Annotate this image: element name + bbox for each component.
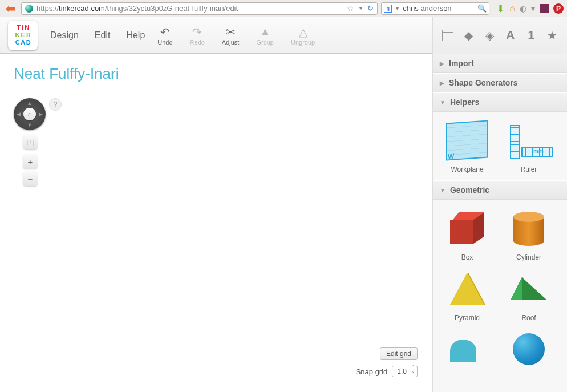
section-shape-generators[interactable]: ▶ Shape Generators [433,73,567,92]
url-dropdown-icon[interactable]: ▾ [358,5,364,11]
home-icon[interactable]: ⌂ [509,3,515,14]
section-geometric[interactable]: ▼ Geometric [433,180,567,200]
snap-grid-control: Snap grid 1.0 [356,366,418,377]
adjust-button[interactable]: ✂ Adjust [222,25,240,46]
undo-button[interactable]: ↶ Undo [157,25,172,46]
workplane-tool-icon[interactable] [440,28,455,43]
bookmark-star-icon[interactable]: ☆ [347,4,354,13]
orbit-left-icon[interactable]: ◀ [17,111,21,117]
zoom-in-button[interactable]: + [23,154,38,169]
menu-edit[interactable]: Edit [95,30,111,41]
home-view-button[interactable]: ⌂ [23,108,36,120]
view-orbit-control[interactable]: ▲ ▼ ◀ ▶ ⌂ [14,98,46,130]
project-title[interactable]: Neat Fulffy-Inari [14,65,119,83]
zoom-out-button[interactable]: − [23,171,38,186]
tile-ruler[interactable]: Ruler [500,119,557,173]
fit-view-button[interactable]: ◳ [23,135,38,149]
help-button[interactable]: ? [49,98,62,111]
redo-button[interactable]: ↷ Redo [190,25,205,46]
tile-workplane[interactable]: Workplane [439,119,496,173]
main-menu: Design Edit Help [50,30,145,41]
app-toolbar: T I N K E R C A D Design Edit Help ↶ Und… [0,17,567,54]
solid-cube-icon[interactable]: ◆ [461,28,476,43]
ungroup-button[interactable]: △ Ungroup [291,25,315,46]
ungroup-icon: △ [291,25,315,39]
orbit-down-icon[interactable]: ▼ [27,122,33,128]
shapes-toolbar: ◆ ◈ A 1 ★ [432,17,567,54]
group-icon: ▲ [256,25,274,39]
extension-icon[interactable]: ◐ [520,4,526,13]
search-icon[interactable]: 🔍 [477,4,487,13]
browser-extensions: ⬇ ⌂ ◐ ▾ P [493,2,564,15]
helpers-body: Workplane Ruler [433,112,567,180]
url-bar[interactable]: https://tinkercad.com/things/32yctu3p0zG… [21,2,378,15]
hole-cube-icon[interactable]: ◈ [482,28,497,43]
expand-icon: ▼ [440,187,446,193]
collapse-icon: ▶ [440,60,444,67]
pyramid-icon [450,273,484,305]
model-ring[interactable]: EMMA [46,211,398,388]
search-text: chris anderson [403,4,475,13]
workplane-icon [446,120,488,160]
model-text: EMMA [129,291,315,360]
snap-grid-select[interactable]: 1.0 [392,366,418,377]
browser-back-button[interactable]: ⬅ [3,2,18,15]
url-text: https://tinkercad.com/things/32yctu3p0zG… [37,4,343,13]
tile-cylinder[interactable]: Cylinder [500,207,557,261]
workspace: Neat Fulffy-Inari ? ▲ ▼ ◀ ▶ ⌂ ◳ + − EMMA… [0,54,567,392]
tile-half-cylinder[interactable] [439,328,496,374]
ruler-icon [508,122,550,159]
snap-grid-label: Snap grid [356,367,388,376]
sidebar: ▶ Import ▶ Shape Generators ▼ Helpers Wo… [432,54,567,392]
reload-icon[interactable]: ↻ [367,4,374,13]
google-icon: g [384,5,392,13]
search-engine-dropdown-icon[interactable]: ▾ [394,5,400,11]
menu-dropdown-icon[interactable]: ▾ [531,4,535,13]
section-import[interactable]: ▶ Import [433,54,567,73]
viewport-3d[interactable]: EMMA [0,86,432,392]
menu-help[interactable]: Help [126,30,145,41]
orbit-up-icon[interactable]: ▲ [27,100,33,106]
tile-roof[interactable]: Roof [500,267,557,322]
browser-search-box[interactable]: g ▾ chris anderson 🔍 [381,2,489,15]
browser-chrome: ⬅ https://tinkercad.com/things/32yctu3p0… [0,0,567,17]
tile-pyramid[interactable]: Pyramid [439,267,496,322]
canvas-area[interactable]: Neat Fulffy-Inari ? ▲ ▼ ◀ ▶ ⌂ ◳ + − EMMA… [0,54,432,392]
sphere-icon [513,333,545,365]
box-icon [450,212,484,244]
pinterest-icon[interactable]: P [553,3,564,14]
ubuntu-extension-icon[interactable] [540,4,549,13]
toolbar-center: ↶ Undo ↷ Redo ✂ Adjust ▲ Group △ Ungroup [157,25,315,46]
orbit-right-icon[interactable]: ▶ [39,111,43,117]
download-icon[interactable]: ⬇ [496,2,505,15]
site-identity-icon [25,5,33,13]
roof-icon [511,277,547,300]
tile-sphere[interactable] [500,328,557,374]
collapse-icon: ▶ [440,80,444,86]
tile-box[interactable]: Box [439,207,496,261]
redo-icon: ↷ [190,25,205,39]
expand-icon: ▼ [440,99,446,106]
adjust-icon: ✂ [222,25,240,39]
half-cylinder-icon [450,336,484,362]
menu-design[interactable]: Design [50,30,79,41]
favorite-tool-icon[interactable]: ★ [545,28,560,43]
letter-tool-icon[interactable]: A [503,28,518,43]
edit-grid-button[interactable]: Edit grid [380,347,418,360]
section-helpers[interactable]: ▼ Helpers [433,92,567,112]
group-button[interactable]: ▲ Group [256,25,274,46]
geometric-body: Box Cylinder Pyramid Roof [433,200,567,381]
cylinder-icon [513,211,544,246]
undo-icon: ↶ [157,25,172,39]
tinkercad-logo[interactable]: T I N K E R C A D [8,21,38,50]
number-tool-icon[interactable]: 1 [524,28,538,43]
